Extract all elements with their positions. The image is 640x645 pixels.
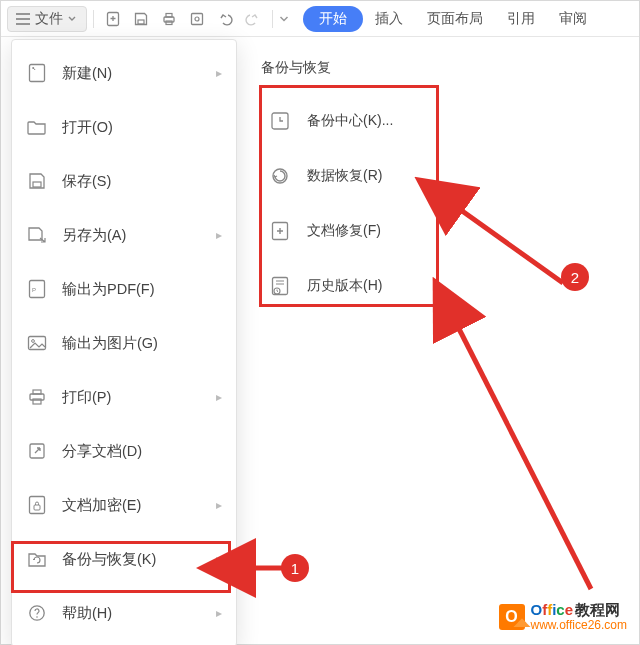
svg-rect-9 bbox=[33, 182, 41, 187]
menu-item-label: 输出为图片(G) bbox=[62, 334, 222, 353]
svg-point-21 bbox=[36, 616, 38, 618]
save-icon[interactable] bbox=[128, 6, 154, 32]
preview-icon[interactable] bbox=[184, 6, 210, 32]
recovery-icon bbox=[269, 166, 291, 186]
tab-start[interactable]: 开始 bbox=[303, 6, 363, 32]
menu-item-label: 新建(N) bbox=[62, 64, 202, 83]
svg-rect-19 bbox=[34, 505, 40, 510]
svg-text:P: P bbox=[32, 287, 36, 293]
tab-layout[interactable]: 页面布局 bbox=[415, 6, 495, 32]
print-icon bbox=[26, 388, 48, 406]
chevron-right-icon: ▸ bbox=[216, 498, 222, 512]
submenu-item-backup-center[interactable]: 备份中心(K)... bbox=[255, 93, 625, 148]
menu-item-open[interactable]: 打开(O) bbox=[12, 100, 236, 154]
watermark: O Office教程网 www.office26.com bbox=[499, 602, 628, 632]
submenu-item-label: 备份中心(K)... bbox=[307, 112, 393, 130]
svg-rect-7 bbox=[30, 65, 45, 82]
new-file-icon bbox=[26, 63, 48, 83]
menu-item-label: 另存为(A) bbox=[62, 226, 202, 245]
menu-item-backup-restore[interactable]: 备份与恢复(K) ▸ bbox=[12, 532, 236, 586]
history-doc-icon bbox=[269, 276, 291, 296]
ribbon-tabs: 开始 插入 页面布局 引用 审阅 bbox=[303, 6, 599, 32]
backup-icon bbox=[26, 550, 48, 568]
watermark-logo-icon: O bbox=[499, 604, 525, 630]
svg-rect-4 bbox=[166, 21, 172, 25]
file-menu-button[interactable]: 文件 bbox=[7, 6, 87, 32]
svg-point-13 bbox=[32, 340, 35, 343]
chevron-right-icon: ▸ bbox=[216, 606, 222, 620]
menu-item-export-pdf[interactable]: P 输出为PDF(F) bbox=[12, 262, 236, 316]
menu-item-label: 分享文档(D) bbox=[62, 442, 222, 461]
file-menu-dropdown: 新建(N) ▸ 打开(O) 保存(S) 另存为(A) ▸ P 输出 bbox=[11, 39, 237, 645]
menu-item-share[interactable]: 分享文档(D) bbox=[12, 424, 236, 478]
new-doc-icon[interactable] bbox=[100, 6, 126, 32]
menu-item-saveas[interactable]: 另存为(A) ▸ bbox=[12, 208, 236, 262]
annotation-badge-1: 1 bbox=[281, 554, 309, 582]
tab-insert[interactable]: 插入 bbox=[363, 6, 415, 32]
menu-item-label: 帮助(H) bbox=[62, 604, 202, 623]
menu-item-new[interactable]: 新建(N) ▸ bbox=[12, 46, 236, 100]
svg-rect-1 bbox=[138, 20, 144, 24]
submenu-item-label: 历史版本(H) bbox=[307, 277, 382, 295]
help-icon bbox=[26, 604, 48, 622]
print-icon[interactable] bbox=[156, 6, 182, 32]
separator bbox=[272, 10, 273, 28]
menu-item-save[interactable]: 保存(S) bbox=[12, 154, 236, 208]
submenu-item-doc-repair[interactable]: 文档修复(F) bbox=[255, 203, 625, 258]
menu-item-label: 打印(P) bbox=[62, 388, 202, 407]
menu-item-export-image[interactable]: 输出为图片(G) bbox=[12, 316, 236, 370]
svg-rect-5 bbox=[192, 13, 203, 24]
undo-icon[interactable] bbox=[212, 6, 238, 32]
file-menu-label: 文件 bbox=[35, 10, 63, 28]
separator bbox=[93, 10, 94, 28]
redo-icon[interactable] bbox=[240, 6, 266, 32]
menu-item-print[interactable]: 打印(P) ▸ bbox=[12, 370, 236, 424]
menu-item-encrypt[interactable]: 文档加密(E) ▸ bbox=[12, 478, 236, 532]
submenu-item-label: 数据恢复(R) bbox=[307, 167, 382, 185]
chevron-down-icon bbox=[68, 16, 76, 22]
annotation-badge-2: 2 bbox=[561, 263, 589, 291]
image-icon bbox=[26, 335, 48, 351]
chevron-right-icon: ▸ bbox=[216, 390, 222, 404]
clock-square-icon bbox=[269, 111, 291, 131]
hamburger-icon bbox=[16, 13, 30, 25]
submenu-title: 备份与恢复 bbox=[261, 59, 625, 77]
submenu-item-data-recovery[interactable]: 数据恢复(R) bbox=[255, 148, 625, 203]
top-toolbar: 文件 开始 插入 页面布局 bbox=[1, 1, 639, 37]
tab-reference[interactable]: 引用 bbox=[495, 6, 547, 32]
doc-repair-icon bbox=[269, 221, 291, 241]
saveas-icon bbox=[26, 226, 48, 244]
menu-item-label: 打开(O) bbox=[62, 118, 222, 137]
tab-review[interactable]: 审阅 bbox=[547, 6, 599, 32]
chevron-down-icon[interactable] bbox=[279, 15, 289, 23]
menu-item-label: 备份与恢复(K) bbox=[62, 550, 202, 569]
watermark-brand: Office教程网 bbox=[531, 602, 628, 619]
chevron-right-icon: ▸ bbox=[216, 228, 222, 242]
menu-item-label: 输出为PDF(F) bbox=[62, 280, 222, 299]
submenu-item-label: 文档修复(F) bbox=[307, 222, 381, 240]
lock-doc-icon bbox=[26, 495, 48, 515]
chevron-right-icon: ▸ bbox=[216, 66, 222, 80]
pdf-icon: P bbox=[26, 279, 48, 299]
watermark-url: www.office26.com bbox=[531, 619, 628, 632]
menu-item-help[interactable]: 帮助(H) ▸ bbox=[12, 586, 236, 640]
folder-icon bbox=[26, 119, 48, 135]
svg-line-29 bbox=[453, 317, 591, 589]
menu-item-label: 文档加密(E) bbox=[62, 496, 202, 515]
svg-rect-3 bbox=[166, 13, 172, 17]
chevron-right-icon: ▸ bbox=[216, 552, 222, 566]
menu-item-label: 保存(S) bbox=[62, 172, 222, 191]
svg-point-6 bbox=[195, 17, 199, 21]
share-icon bbox=[26, 442, 48, 460]
save-icon bbox=[26, 172, 48, 190]
